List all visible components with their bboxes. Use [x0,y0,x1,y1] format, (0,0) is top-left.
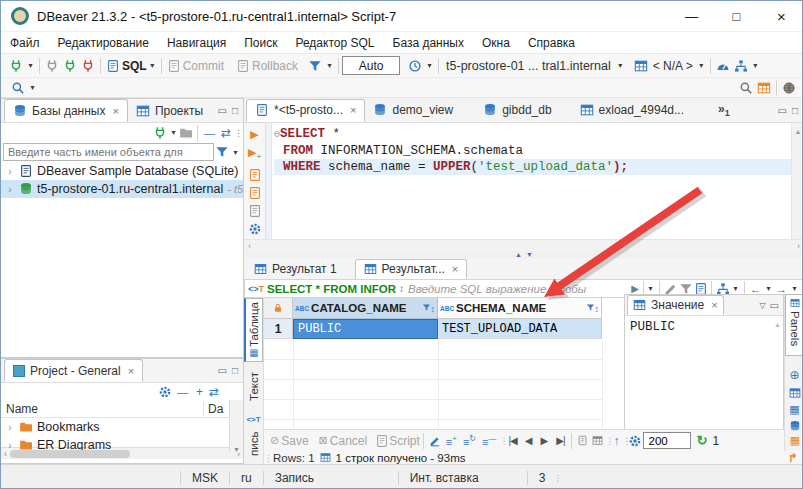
sql-editor[interactable]: ▶ ▶+ ⋮ ⊖SELECT * FROM INFORMATION_SCHEMA… [244,123,803,239]
sql-editor-icon[interactable] [104,57,122,75]
scroll-left-icon[interactable]: ‹ [1,449,10,459]
execute-script-new-tab-icon[interactable] [246,184,264,202]
link-with-editor-icon[interactable]: ⇄ [218,126,234,140]
value-panel-icon[interactable] [787,385,803,401]
nav-new-connection-icon[interactable] [153,124,168,142]
panels-tab[interactable]: Panels [785,294,803,356]
grid-column-schema-name[interactable]: ABC SCHEMA_NAME ↕ [438,298,602,319]
nav-back-caret-icon[interactable]: ▾ [763,284,774,293]
new-connection-caret-icon[interactable]: ▾ [25,61,36,70]
view-menu-icon[interactable]: ⋮ [234,128,239,138]
value-menu-icon[interactable]: ▽ [756,301,768,310]
open-value-editor-icon[interactable] [575,432,590,450]
connect-icon[interactable] [43,57,61,75]
open-view-icon[interactable] [755,79,773,97]
network-icon[interactable] [732,57,750,75]
metadata-panel-icon[interactable]: ⊕ [789,368,799,382]
value-content[interactable]: PUBLIC [625,316,783,338]
column-filter-sort-icon[interactable]: ↕ [422,303,436,314]
panel-maximize-icon[interactable]: □ [230,105,243,116]
object-filter-input[interactable] [3,143,214,161]
grid-column-catalog-name[interactable]: ABC CATALOG_NAME ↕ [293,298,438,319]
preview-icon[interactable] [590,432,605,450]
tab-close-icon[interactable]: × [711,299,717,311]
project-settings-gear-icon[interactable] [158,383,173,401]
filter-caret-icon[interactable]: ▾ [230,148,241,157]
grid-corner-cell[interactable] [264,298,293,319]
close-button[interactable]: × [759,1,803,31]
minimize-button[interactable]: — [669,1,714,31]
schema-selector[interactable]: < N/A > [650,59,696,73]
tab-databases[interactable]: Базы данных × [4,99,128,122]
new-connection-icon[interactable] [7,57,25,75]
rollback-button[interactable]: Rollback [252,59,298,73]
menu-edit[interactable]: Редактирование [49,36,158,50]
tab-close-icon[interactable]: × [128,365,134,377]
refresh-icon[interactable]: ↻ [691,433,712,448]
transaction-log-icon[interactable] [306,57,324,75]
tree-item-sample-database[interactable]: › DBeaver Sample Database (SQLite) [1,162,243,180]
quick-search-icon[interactable] [737,79,755,97]
tab-projects[interactable]: Проекты [128,99,211,122]
tab-exload[interactable]: exload_4994d... [572,99,692,122]
commit-mode-combo[interactable]: Auto [342,56,400,75]
tab-value[interactable]: Значение × [627,295,724,315]
fetch-size-input[interactable] [643,432,691,449]
script-button[interactable]: Script [389,434,420,448]
tab-overflow-icon[interactable]: »1 [718,102,730,118]
expander-icon[interactable]: › [5,422,15,433]
aggregate-panel-icon[interactable]: ▦ [789,403,799,416]
scroll-left-icon[interactable]: ‹ [244,241,255,251]
cell-schema-name[interactable]: TEST_UPLOAD_DATA [438,319,602,339]
tab-result-2[interactable]: Результат... × [355,259,468,279]
nav-forward-caret-icon[interactable]: ▾ [789,284,800,293]
first-row-icon[interactable]: |◀ [504,435,520,446]
column-name[interactable]: Name [6,402,38,416]
nav-back-icon[interactable]: ← [748,283,763,295]
menu-file[interactable]: Файл [1,36,49,50]
presentation-tab-clipped[interactable]: пись [244,426,263,456]
connection-caret-icon[interactable]: ▾ [615,61,626,70]
execute-new-tab-icon[interactable]: ▶+ [248,143,261,166]
editor-minimize-icon[interactable]: ▭ [775,105,790,116]
panel-minimize-icon[interactable]: ▭ [215,105,230,116]
expander-icon[interactable]: › [5,184,15,195]
execute-script-icon[interactable] [246,166,264,184]
editor-vscrollbar[interactable]: ▲ [791,123,803,239]
commit-button[interactable]: Commit [183,59,224,73]
tree-item-bookmarks[interactable]: › Bookmarks [1,418,243,436]
search-icon[interactable] [9,79,27,97]
filter-input[interactable]: Введите SQL выражение чтобы [404,283,628,295]
compare-caret-icon[interactable]: ▾ [730,284,741,293]
transaction-caret-icon[interactable]: ▾ [324,61,335,70]
nav-forward-icon[interactable]: → [774,283,789,295]
delete-row-icon[interactable]: ≡— [479,434,499,448]
edit-value-icon[interactable] [427,432,443,450]
apply-filter-icon[interactable]: ▶ [628,283,642,294]
column-filter-sort-icon[interactable]: ↕ [586,303,600,314]
menu-help[interactable]: Справка [519,36,584,50]
connection-selector[interactable]: t5-prostore-01 ... tral1.internal [442,59,615,73]
nav-new-folder-icon[interactable] [179,124,194,142]
tab-sql-script[interactable]: *<t5-prosto... × [246,99,365,122]
menu-sql-editor[interactable]: Редактор SQL [286,36,383,50]
tab-close-icon[interactable]: × [112,105,118,117]
transaction-history-caret-icon[interactable]: ▾ [424,61,435,70]
dashboard-icon[interactable] [714,57,732,75]
menu-navigation[interactable]: Навигация [158,36,235,50]
tab-close-icon[interactable]: × [452,263,458,275]
expander-icon[interactable]: › [5,166,15,177]
execute-statement-icon[interactable]: ▶ [250,125,258,143]
maximize-button[interactable]: □ [714,1,759,31]
nav-new-connection-caret-icon[interactable]: ▾ [168,128,179,137]
sql-editor-button[interactable]: SQL [122,59,147,73]
scroll-right-icon[interactable]: › [793,241,803,251]
prev-row-icon[interactable]: ◀ [521,435,537,446]
next-row-icon[interactable]: ▶ [536,435,552,446]
save-to-file-icon[interactable]: ↱ [788,451,803,465]
menu-database[interactable]: База данных [384,36,473,50]
tab-close-icon[interactable]: × [350,104,356,116]
reconnect-icon[interactable] [61,57,79,75]
add-row-icon[interactable]: ≡+ [443,434,460,448]
presentation-tab-text[interactable]: Текст <>T [244,370,263,426]
